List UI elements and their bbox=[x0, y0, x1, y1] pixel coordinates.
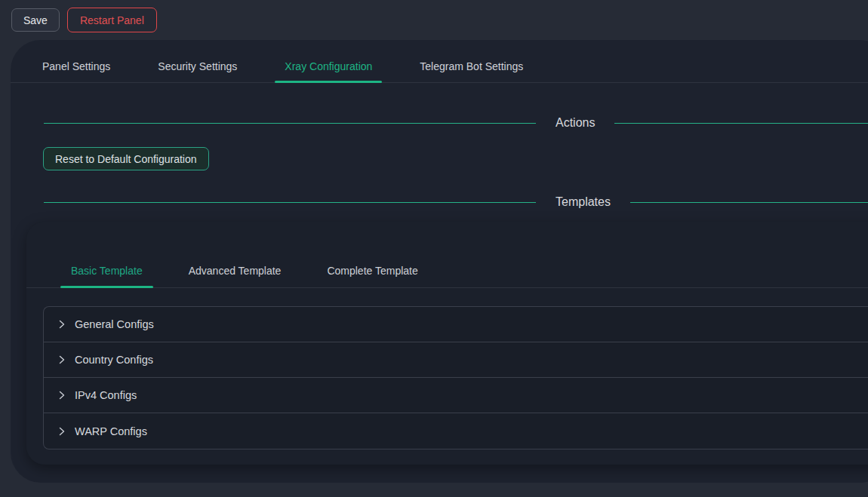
reset-default-configuration-button[interactable]: Reset to Default Configuration bbox=[43, 147, 209, 170]
save-button[interactable]: Save bbox=[11, 8, 60, 32]
collapse-header-label: IPv4 Configs bbox=[75, 389, 137, 401]
settings-tab-bar: Panel Settings Security Settings Xray Co… bbox=[11, 60, 868, 83]
collapse-general-configs[interactable]: General Configs bbox=[44, 307, 868, 342]
templates-card: Basic Template Advanced Template Complet… bbox=[26, 222, 868, 465]
template-tab-bar: Basic Template Advanced Template Complet… bbox=[26, 265, 868, 288]
chevron-right-icon bbox=[57, 320, 66, 329]
tab-advanced-template[interactable]: Advanced Template bbox=[178, 265, 292, 288]
chevron-right-icon bbox=[57, 391, 66, 400]
divider-line bbox=[630, 202, 868, 203]
divider-line bbox=[44, 123, 536, 124]
collapse-header-label: WARP Configs bbox=[75, 425, 147, 437]
tab-panel-settings[interactable]: Panel Settings bbox=[32, 60, 120, 83]
tab-complete-template[interactable]: Complete Template bbox=[316, 265, 428, 288]
divider-line bbox=[614, 123, 868, 124]
restart-panel-button[interactable]: Restart Panel bbox=[67, 8, 157, 32]
config-collapse-list: General Configs Country Configs IPv4 Con… bbox=[43, 306, 868, 449]
tab-security-settings[interactable]: Security Settings bbox=[148, 60, 247, 83]
templates-divider: Templates bbox=[11, 194, 868, 210]
templates-divider-title: Templates bbox=[536, 195, 630, 209]
collapse-warp-configs[interactable]: WARP Configs bbox=[44, 413, 868, 449]
collapse-country-configs[interactable]: Country Configs bbox=[44, 342, 868, 378]
settings-panel-card: Panel Settings Security Settings Xray Co… bbox=[11, 40, 868, 483]
chevron-right-icon bbox=[57, 355, 66, 364]
chevron-right-icon bbox=[57, 427, 66, 436]
tab-basic-template[interactable]: Basic Template bbox=[60, 265, 153, 288]
collapse-header-label: General Configs bbox=[75, 318, 154, 330]
tab-xray-configuration[interactable]: Xray Configuration bbox=[275, 60, 382, 83]
collapse-ipv4-configs[interactable]: IPv4 Configs bbox=[44, 378, 868, 413]
top-toolbar: Save Restart Panel bbox=[0, 0, 868, 40]
actions-divider-title: Actions bbox=[536, 116, 614, 130]
actions-divider: Actions bbox=[11, 115, 868, 131]
collapse-header-label: Country Configs bbox=[75, 354, 153, 366]
divider-line bbox=[44, 202, 536, 203]
tab-telegram-bot-settings[interactable]: Telegram Bot Settings bbox=[410, 60, 533, 83]
